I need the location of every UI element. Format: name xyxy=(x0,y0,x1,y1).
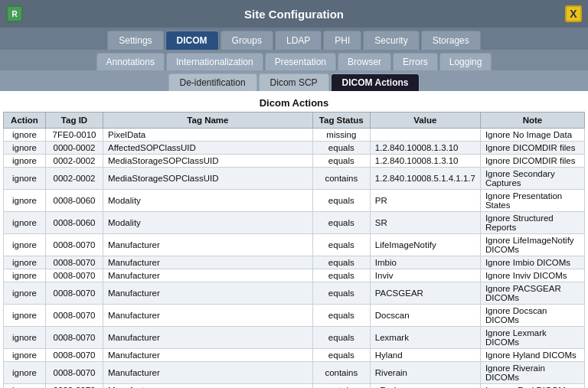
secondary-nav: Annotations Internationalization Present… xyxy=(0,50,588,70)
cell-9-5: Ignore PACSGEAR DICOMs xyxy=(480,282,584,305)
cell-3-3: contains xyxy=(312,168,370,190)
cell-11-3: equals xyxy=(312,327,370,349)
tab-dicom-actions[interactable]: DICOM Actions xyxy=(331,73,420,91)
cell-13-2: Manufacturer xyxy=(103,362,313,384)
table-row: ignore0008-0070ManufacturerequalsInvivIg… xyxy=(4,269,585,282)
cell-10-2: Manufacturer xyxy=(103,305,313,327)
header-action: Action xyxy=(4,112,46,129)
table-row: ignore0008-0070ManufacturerequalsPACSGEA… xyxy=(4,282,585,305)
header-note: Note xyxy=(480,112,584,129)
title-bar: R Site Configuration X xyxy=(0,0,588,28)
cell-0-1: 7FE0-0010 xyxy=(46,129,103,142)
cell-7-0: ignore xyxy=(4,256,46,269)
table-header-row: Action Tag ID Tag Name Tag Status Value … xyxy=(4,112,585,129)
cell-0-3: missing xyxy=(312,129,370,142)
tab-storages[interactable]: Storages xyxy=(421,31,481,50)
cell-7-2: Manufacturer xyxy=(103,256,313,269)
cell-1-5: Ignore DICOMDIR files xyxy=(480,142,584,155)
cell-13-1: 0008-0070 xyxy=(46,362,103,384)
tab-browser[interactable]: Browser xyxy=(338,53,391,70)
app-icon: R xyxy=(6,5,23,22)
cell-2-4: 1.2.840.10008.1.3.10 xyxy=(370,155,480,168)
cell-6-3: equals xyxy=(312,234,370,256)
cell-11-2: Manufacturer xyxy=(103,327,313,349)
cell-0-2: PixelData xyxy=(103,129,313,142)
primary-nav: Settings DICOM Groups LDAP PHI Security … xyxy=(0,28,588,50)
cell-8-1: 0008-0070 xyxy=(46,269,103,282)
tab-internationalization[interactable]: Internationalization xyxy=(166,53,263,70)
cell-1-3: equals xyxy=(312,142,370,155)
cell-12-0: ignore xyxy=(4,349,46,362)
dicom-actions-table: Action Tag ID Tag Name Tag Status Value … xyxy=(3,112,585,388)
table-row: ignore0008-0070ManufacturercontainsRiver… xyxy=(4,362,585,384)
cell-13-5: Ignore Riverain DICOMs xyxy=(480,362,584,384)
cell-2-1: 0002-0002 xyxy=(46,155,103,168)
tab-settings[interactable]: Settings xyxy=(107,31,163,50)
header-tagstatus: Tag Status xyxy=(312,112,370,129)
cell-3-4: 1.2.840.10008.5.1.4.1.1.7 xyxy=(370,168,480,190)
cell-2-5: Ignore DICOMDIR files xyxy=(480,155,584,168)
cell-6-2: Manufacturer xyxy=(103,234,313,256)
table-row: ignore0008-0070ManufacturerequalsDocscan… xyxy=(4,305,585,327)
cell-0-5: Ignore No Image Data xyxy=(480,129,584,142)
cell-5-2: Modality xyxy=(103,212,313,234)
cell-10-3: equals xyxy=(312,305,370,327)
cell-8-3: equals xyxy=(312,269,370,282)
cell-7-3: equals xyxy=(312,256,370,269)
cell-1-4: 1.2.840.10008.1.3.10 xyxy=(370,142,480,155)
cell-3-0: ignore xyxy=(4,168,46,190)
table-body: ignore7FE0-0010PixelDatamissingIgnore No… xyxy=(4,129,585,389)
cell-10-4: Docscan xyxy=(370,305,480,327)
table-row: ignore0002-0002MediaStorageSOPClassUIDeq… xyxy=(4,155,585,168)
tab-phi[interactable]: PHI xyxy=(323,31,361,50)
close-button[interactable]: X xyxy=(565,5,582,22)
cell-12-2: Manufacturer xyxy=(103,349,313,362)
cell-13-4: Riverain xyxy=(370,362,480,384)
title-bar-left: R xyxy=(6,5,23,22)
tab-ldap[interactable]: LDAP xyxy=(275,31,322,50)
tab-dicom-scp[interactable]: Dicom SCP xyxy=(259,73,329,91)
cell-11-1: 0008-0070 xyxy=(46,327,103,349)
cell-2-2: MediaStorageSOPClassUID xyxy=(103,155,313,168)
cell-9-3: equals xyxy=(312,282,370,305)
cell-14-2: Manufacturer xyxy=(103,384,313,389)
cell-8-5: Ignore Inviv DICOMs xyxy=(480,269,584,282)
cell-2-0: ignore xyxy=(4,155,46,168)
tab-presentation[interactable]: Presentation xyxy=(265,53,336,70)
cell-7-1: 0008-0070 xyxy=(46,256,103,269)
table-row: ignore0008-0060ModalityequalsPRIgnore Pr… xyxy=(4,190,585,212)
cell-9-2: Manufacturer xyxy=(103,282,313,305)
cell-1-2: AffectedSOPClassUID xyxy=(103,142,313,155)
cell-11-5: Ignore Lexmark DICOMs xyxy=(480,327,584,349)
cell-5-5: Ignore Structured Reports xyxy=(480,212,584,234)
cell-5-3: equals xyxy=(312,212,370,234)
cell-2-3: equals xyxy=(312,155,370,168)
tab-errors[interactable]: Errors xyxy=(393,53,438,70)
cell-11-4: Lexmark xyxy=(370,327,480,349)
tab-security[interactable]: Security xyxy=(363,31,419,50)
tab-logging[interactable]: Logging xyxy=(439,53,492,70)
cell-9-0: ignore xyxy=(4,282,46,305)
cell-12-5: Ignore Hyland DICOMs xyxy=(480,349,584,362)
tab-dicom[interactable]: DICOM xyxy=(165,31,219,50)
table-row: ignore0008-0070ManufacturerequalsImbioIg… xyxy=(4,256,585,269)
cell-4-4: PR xyxy=(370,190,480,212)
cell-7-5: Ignore Imbio DICOMs xyxy=(480,256,584,269)
main-window: R Site Configuration X Settings DICOM Gr… xyxy=(0,0,588,388)
cell-14-1: 0008-0070 xyxy=(46,384,103,389)
cell-12-4: Hyland xyxy=(370,349,480,362)
cell-1-1: 0000-0002 xyxy=(46,142,103,155)
table-row: ignore0000-0002AffectedSOPClassUIDequals… xyxy=(4,142,585,155)
cell-11-0: ignore xyxy=(4,327,46,349)
tab-groups[interactable]: Groups xyxy=(220,31,273,50)
cell-1-0: ignore xyxy=(4,142,46,155)
table-container[interactable]: Action Tag ID Tag Name Tag Status Value … xyxy=(0,112,588,388)
header-tagname: Tag Name xyxy=(103,112,313,129)
tab-deidentification[interactable]: De-identification xyxy=(168,73,257,91)
tab-annotations[interactable]: Annotations xyxy=(96,53,165,70)
cell-6-4: LifeImageNotify xyxy=(370,234,480,256)
section-title: Dicom Actions xyxy=(0,91,588,112)
cell-13-0: ignore xyxy=(4,362,46,384)
cell-10-5: Ignore Docscan DICOMs xyxy=(480,305,584,327)
cell-14-3: contains xyxy=(312,384,370,389)
